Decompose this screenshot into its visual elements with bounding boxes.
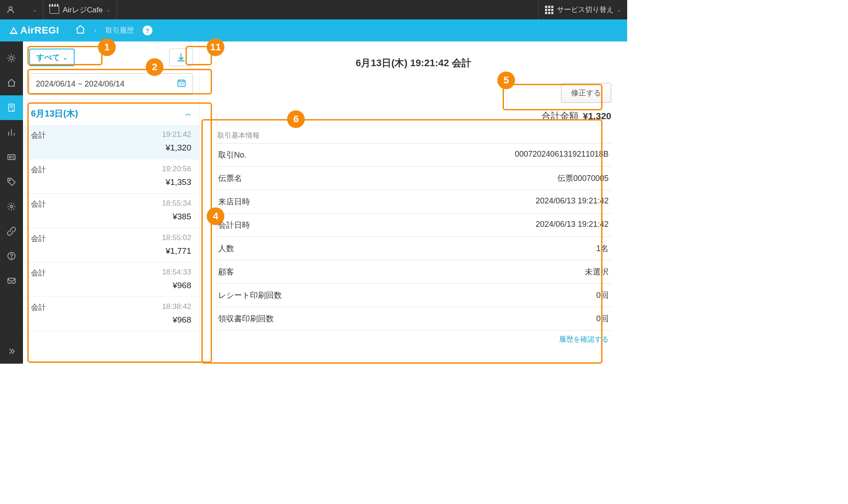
- callout-5: 5: [497, 71, 515, 89]
- transaction-item[interactable]: 会計 19:21:42 ¥1,320: [23, 125, 199, 159]
- rail-item-transactions[interactable]: [0, 95, 23, 120]
- date-group-header[interactable]: 6月13日(木) ︿: [23, 99, 199, 125]
- transaction-detail-panel: 6月13日(木) 19:21:42 会計 修正する 合計金額 ¥1,320 取引…: [200, 41, 627, 364]
- rail-item-settings[interactable]: [0, 194, 23, 219]
- history-link[interactable]: 履歴を確認する: [216, 331, 611, 344]
- transaction-list: 会計 19:21:42 ¥1,320 会計 19:20:56 ¥1,353 会計…: [23, 125, 199, 331]
- date-range-text: 2024/06/14 ~ 2024/06/14: [36, 79, 125, 89]
- rail-item-mail[interactable]: [0, 268, 23, 293]
- date-group-label: 6月13日(木): [31, 108, 78, 120]
- detail-row-label: 人数: [218, 243, 234, 254]
- gear-icon: [7, 202, 16, 211]
- callout-11: 11: [207, 38, 224, 56]
- user-icon: [6, 5, 15, 14]
- bar-chart-icon: [7, 128, 16, 137]
- detail-row-value: 伝票00070005: [557, 173, 609, 184]
- callout-4: 4: [207, 207, 224, 225]
- tag-icon: [7, 177, 16, 187]
- store-name: AirレジCafe: [63, 5, 103, 15]
- transaction-time: 19:21:42: [162, 130, 191, 140]
- detail-row-label: 会計日時: [218, 220, 250, 230]
- detail-row-value: 未選択: [585, 267, 609, 277]
- service-switch-label: サービス切り替え: [557, 5, 613, 15]
- chevron-up-icon: ︿: [185, 110, 191, 118]
- user-menu[interactable]: ⌄: [0, 0, 43, 19]
- rail-item-help[interactable]: [0, 244, 23, 268]
- breadcrumb-current: 取引履歴: [106, 26, 134, 35]
- date-range-picker[interactable]: 2024/06/14 ~ 2024/06/14: [29, 73, 193, 95]
- transaction-item[interactable]: 会計 19:20:56 ¥1,353: [23, 159, 199, 194]
- store-menu[interactable]: AirレジCafe ⌄: [43, 0, 117, 19]
- rail-item-link[interactable]: [0, 219, 23, 244]
- transaction-type: 会計: [31, 130, 46, 140]
- detail-info-row: 人数 1名: [216, 237, 611, 260]
- detail-row-value: 2024/06/13 19:21:42: [536, 196, 609, 207]
- grid-icon: [545, 6, 553, 14]
- transaction-amount: ¥1,771: [31, 246, 191, 256]
- chevrons-right-icon: [7, 346, 16, 356]
- detail-info-row: 顧客 未選択: [216, 260, 611, 284]
- rail-item-tags[interactable]: [0, 169, 23, 194]
- total-amount: ¥1,320: [583, 111, 611, 121]
- transaction-item[interactable]: 会計 18:55:34 ¥385: [23, 194, 199, 228]
- chevron-down-icon: ⌄: [106, 7, 110, 13]
- detail-info-row: 取引No. 00072024061319211018B: [216, 143, 611, 167]
- callout-6: 6: [287, 110, 305, 128]
- brand-logo[interactable]: AirREGI: [10, 25, 59, 36]
- detail-info-row: レシート印刷回数 0回: [216, 284, 611, 307]
- brand-text: AirREGI: [20, 25, 59, 36]
- left-rail: [0, 41, 23, 364]
- rail-item-dashboard[interactable]: [0, 46, 23, 71]
- transaction-list-panel: すべて ⌄ 2024/06/14 ~ 2024/06/14 6月13日(木) ︿…: [23, 41, 200, 364]
- rail-item-home[interactable]: [0, 71, 23, 95]
- receipt-icon: [7, 103, 16, 113]
- detail-row-label: 領収書印刷回数: [218, 313, 274, 324]
- rail-item-analytics[interactable]: [0, 120, 23, 145]
- transaction-type: 会計: [31, 302, 46, 312]
- transaction-type: 会計: [31, 268, 46, 278]
- transaction-item[interactable]: 会計 18:55:02 ¥1,771: [23, 228, 199, 263]
- detail-title: 6月13日(木) 19:21:42 会計: [216, 56, 611, 70]
- rail-item-customers[interactable]: [0, 145, 23, 169]
- blue-nav-bar: AirREGI › 取引履歴 ?: [0, 19, 627, 41]
- service-switch[interactable]: サービス切り替え ⌄: [538, 0, 627, 19]
- svg-point-5: [9, 180, 11, 181]
- edit-button[interactable]: 修正する: [561, 83, 611, 103]
- transaction-time: 18:55:02: [162, 233, 191, 244]
- home-icon: [75, 24, 86, 35]
- sun-icon: [7, 53, 16, 63]
- detail-info-table: 取引No. 00072024061319211018B 伝票名 伝票000700…: [216, 143, 611, 331]
- help-circle-icon: [7, 251, 16, 261]
- svg-rect-2: [9, 104, 15, 112]
- download-icon: [176, 52, 186, 63]
- id-card-icon: [7, 152, 16, 162]
- transaction-amount: ¥1,353: [31, 177, 191, 187]
- transaction-amount: ¥968: [31, 315, 191, 325]
- total-line: 合計金額 ¥1,320: [216, 110, 611, 122]
- filter-all-label: すべて: [36, 52, 60, 63]
- detail-row-label: 来店日時: [218, 196, 250, 207]
- help-icon[interactable]: ?: [143, 26, 152, 35]
- calendar-icon: [177, 78, 186, 90]
- transaction-type: 会計: [31, 165, 46, 175]
- chevron-down-icon: ⌄: [617, 7, 621, 13]
- detail-row-value: 0回: [596, 313, 609, 324]
- transaction-item[interactable]: 会計 18:38:42 ¥968: [23, 297, 199, 331]
- transaction-amount: ¥385: [31, 212, 191, 222]
- breadcrumb-sep: ›: [95, 27, 97, 34]
- svg-rect-9: [8, 278, 15, 283]
- home-link[interactable]: [75, 24, 86, 37]
- rail-item-expand[interactable]: [0, 339, 23, 364]
- detail-info-row: 来店日時 2024/06/13 19:21:42: [216, 190, 611, 214]
- callout-1: 1: [98, 38, 116, 56]
- svg-point-8: [11, 258, 11, 258]
- svg-rect-3: [8, 155, 15, 160]
- callout-2: 2: [146, 58, 163, 76]
- logo-icon: [10, 27, 18, 34]
- transaction-item[interactable]: 会計 18:54:33 ¥968: [23, 263, 199, 297]
- chevron-down-icon: ⌄: [33, 7, 37, 13]
- download-button[interactable]: [169, 49, 193, 66]
- transaction-amount: ¥1,320: [31, 143, 191, 153]
- detail-row-label: 伝票名: [218, 173, 242, 184]
- filter-all-button[interactable]: すべて ⌄: [29, 49, 75, 66]
